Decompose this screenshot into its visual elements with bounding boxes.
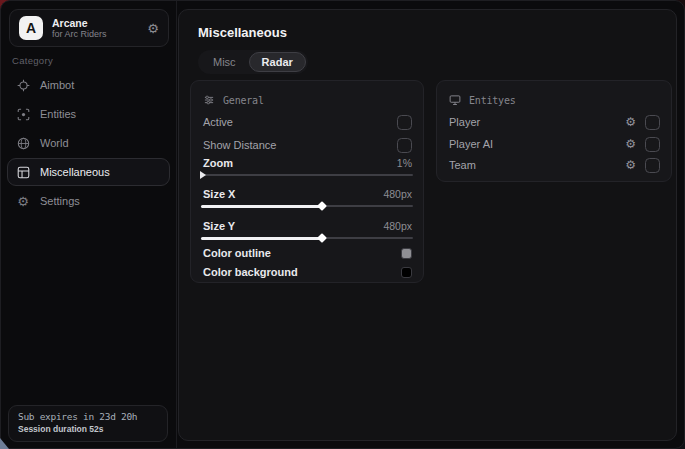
sidebar-item-label: World	[40, 137, 69, 149]
entities-scan-icon	[16, 107, 30, 121]
sidebar-item-label: Settings	[40, 195, 80, 207]
entity-label: Player AI	[449, 138, 493, 150]
player-checkbox[interactable]	[645, 115, 660, 130]
page-title: Miscellaneous	[198, 25, 287, 40]
slider-fill	[201, 205, 322, 208]
gear-icon[interactable]: ⚙	[625, 116, 636, 128]
slider-row-zoom: Zoom 1%	[203, 153, 412, 173]
color-label: Color outline	[203, 247, 271, 259]
tab-misc[interactable]: Misc	[200, 52, 249, 72]
sliders-icon	[203, 94, 215, 106]
main-content: Miscellaneous Misc Radar General Active …	[178, 9, 677, 441]
slider-label: Size X	[203, 188, 235, 200]
entity-row-player-ai: Player AI ⚙	[449, 134, 660, 154]
sidebar-item-label: Entities	[40, 108, 76, 120]
general-panel-header: General	[203, 90, 412, 110]
show-distance-checkbox[interactable]	[397, 138, 412, 153]
tab-radar[interactable]: Radar	[249, 52, 306, 72]
globe-icon	[16, 136, 30, 150]
slider-value: 1%	[397, 157, 412, 169]
size-x-slider[interactable]	[201, 202, 413, 210]
sidebar-item-miscellaneous[interactable]: Miscellaneous	[7, 158, 170, 186]
gear-icon[interactable]: ⚙	[625, 138, 636, 150]
app-window: A Arcane for Arc Riders ⚙ Category Aimbo…	[0, 0, 685, 449]
monitor-icon	[449, 94, 461, 106]
app-logo: A	[19, 16, 43, 40]
color-row-background: Color background	[203, 262, 412, 282]
slider-row-size-x: Size X 480px	[203, 184, 412, 204]
entity-row-team: Team ⚙	[449, 155, 660, 175]
active-checkbox[interactable]	[397, 115, 412, 130]
app-tagline: for Arc Riders	[52, 29, 147, 39]
gear-icon[interactable]: ⚙	[625, 159, 636, 171]
slider-handle[interactable]	[317, 201, 327, 211]
entities-panel-header: Entityes	[449, 90, 660, 110]
sidebar-nav: Aimbot Entities World Miscellaneous	[7, 71, 170, 216]
team-checkbox[interactable]	[645, 158, 660, 173]
entity-label: Player	[449, 116, 480, 128]
logo-text: Arcane for Arc Riders	[52, 17, 147, 39]
slider-track	[201, 174, 413, 176]
toggle-row-show-distance: Show Distance	[203, 135, 412, 155]
crosshair-icon	[16, 78, 30, 92]
sidebar: A Arcane for Arc Riders ⚙ Category Aimbo…	[1, 1, 177, 448]
logo-card: A Arcane for Arc Riders ⚙	[9, 9, 169, 47]
subscription-card: Sub expires in 23d 20h Session duration …	[8, 405, 168, 442]
color-background-swatch[interactable]	[401, 267, 412, 278]
zoom-slider[interactable]	[201, 171, 413, 179]
entity-label: Team	[449, 159, 476, 171]
app-name: Arcane	[52, 17, 147, 29]
toggle-label: Active	[203, 116, 233, 128]
general-panel: General Active Show Distance Zoom 1%	[190, 80, 424, 283]
gear-icon: ⚙	[16, 194, 30, 208]
category-label: Category	[12, 55, 53, 66]
color-label: Color background	[203, 266, 298, 278]
size-y-slider[interactable]	[201, 234, 413, 242]
sidebar-item-label: Miscellaneous	[40, 166, 110, 178]
color-row-outline: Color outline	[203, 243, 412, 263]
player-ai-checkbox[interactable]	[645, 137, 660, 152]
sidebar-item-entities[interactable]: Entities	[7, 100, 170, 128]
panel-title: General	[223, 95, 264, 106]
slider-handle[interactable]	[200, 171, 206, 179]
sub-expiry-text: Sub expires in 23d 20h	[18, 411, 158, 422]
slider-handle[interactable]	[317, 233, 327, 243]
panel-title: Entityes	[469, 95, 516, 106]
tab-bar: Misc Radar	[198, 50, 308, 74]
session-duration-text: Session duration 52s	[18, 424, 158, 434]
sidebar-item-world[interactable]: World	[7, 129, 170, 157]
toggle-row-active: Active	[203, 112, 412, 132]
slider-value: 480px	[383, 188, 412, 200]
slider-row-size-y: Size Y 480px	[203, 216, 412, 236]
sidebar-item-aimbot[interactable]: Aimbot	[7, 71, 170, 99]
slider-label: Size Y	[203, 220, 235, 232]
color-outline-swatch[interactable]	[401, 248, 412, 259]
entities-panel: Entityes Player ⚙ Player AI ⚙ Team ⚙	[436, 80, 672, 182]
slider-fill	[201, 237, 322, 240]
sidebar-item-settings[interactable]: ⚙ Settings	[7, 187, 170, 215]
sidebar-item-label: Aimbot	[40, 79, 74, 91]
slider-value: 480px	[383, 220, 412, 232]
entity-row-player: Player ⚙	[449, 112, 660, 132]
slider-label: Zoom	[203, 157, 233, 169]
grid-icon	[16, 165, 30, 179]
gear-icon[interactable]: ⚙	[147, 22, 159, 35]
toggle-label: Show Distance	[203, 139, 276, 151]
